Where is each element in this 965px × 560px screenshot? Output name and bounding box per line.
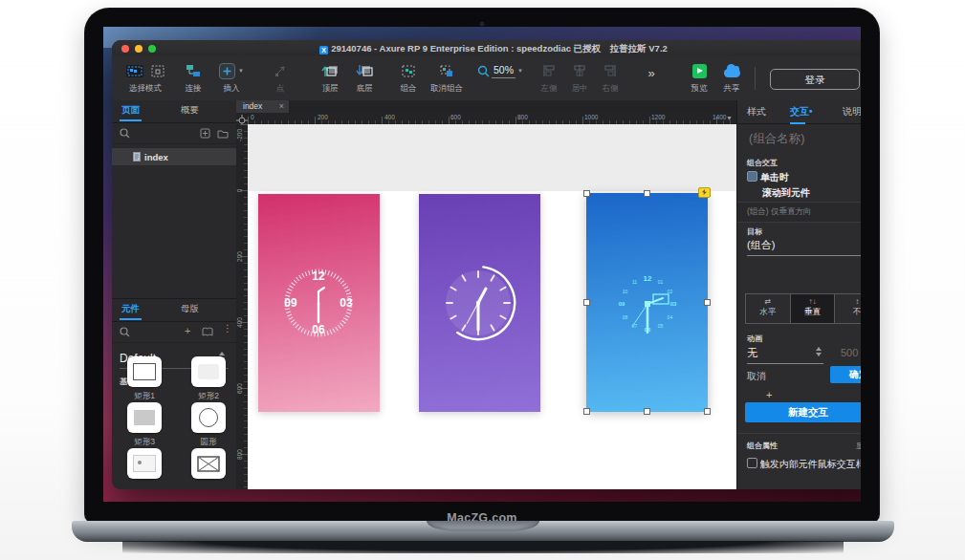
add-library-icon[interactable]: + [185, 325, 190, 336]
widgets-more-icon[interactable]: ⋮ [223, 323, 232, 334]
clock-center-dot [476, 301, 480, 305]
h-ruler-label: 1400 [713, 114, 726, 120]
library-book-icon[interactable] [202, 327, 213, 336]
trigger-style-checkbox[interactable] [747, 458, 757, 468]
target-select[interactable]: (组合) [747, 238, 861, 256]
selection-handle[interactable] [583, 190, 590, 197]
selection-handle[interactable] [704, 408, 711, 415]
canvas[interactable]: 12 03 06 09 [248, 124, 736, 489]
send-back-label: 底层 [351, 83, 378, 95]
vertical-arrows-icon: ↑↓ [791, 297, 835, 306]
svg-text:05: 05 [658, 323, 664, 329]
insert-tool[interactable]: ▼ 插入 [215, 61, 248, 95]
props-divider [737, 433, 861, 434]
ruler-options-icon[interactable]: ▼ [726, 115, 733, 121]
artboard-pink-clock[interactable]: 12 03 06 09 [258, 194, 380, 412]
select-mode-label: 选择模式 [118, 83, 173, 95]
event-widget-icon [747, 171, 757, 182]
v-ruler-label: 400 [236, 313, 243, 333]
toolbar-separator [755, 67, 756, 90]
more-tools-button[interactable]: » [642, 66, 661, 80]
interaction-unsaved-dot: • [809, 106, 813, 117]
selection-handle[interactable] [644, 408, 650, 415]
animation-stepper-icon[interactable] [816, 347, 823, 356]
connect-tool[interactable]: 连接 [179, 61, 208, 95]
direction-vertical-label: 垂直 [791, 307, 835, 318]
artboard-purple-clock[interactable] [419, 194, 540, 412]
laptop-notch [427, 521, 539, 531]
webcam-icon [480, 22, 484, 26]
ok-button[interactable]: 确定 [830, 366, 861, 383]
clock-number: 03 [340, 296, 353, 310]
insert-caret-icon[interactable]: ▼ [238, 68, 244, 74]
v-ruler-label: 200 [236, 248, 243, 267]
selection-handle[interactable] [583, 408, 590, 415]
animation-duration[interactable]: 500 [841, 347, 858, 358]
zoom-caret-icon[interactable]: ▼ [517, 68, 523, 74]
zoom-control[interactable]: 50% ▼ [473, 61, 527, 80]
point-tool: 点 [269, 61, 292, 95]
horizontal-arrows-icon: ⇄ [746, 297, 790, 306]
direction-horizontal-option[interactable]: ⇄ 水平 [746, 294, 791, 323]
animation-select[interactable]: 无 [747, 346, 823, 364]
widget-partial-image[interactable] [127, 448, 162, 479]
artboard-blue-clock[interactable]: 12 01 02 03 04 05 06 07 08 09 10 11 [586, 193, 708, 412]
login-button[interactable]: 登录 [770, 69, 860, 90]
target-label: 目标 [747, 226, 762, 237]
tab-style[interactable]: 样式 [747, 105, 766, 118]
tab-interaction[interactable]: 交互• [790, 105, 813, 118]
select-mode-tool[interactable]: 选择模式 [118, 61, 173, 95]
tab-outline[interactable]: 概要 [181, 104, 199, 117]
widget-rect3[interactable] [127, 402, 162, 433]
canvas-tab-index[interactable]: index × [236, 100, 289, 113]
widgets-search-icon[interactable] [120, 327, 130, 337]
select-intersect-icon[interactable] [125, 64, 144, 78]
tab-notes[interactable]: 说明 [843, 105, 861, 118]
direction-none-option[interactable]: ↕ 不 [835, 294, 861, 323]
none-icon: ↕ [835, 297, 861, 306]
selection-handle[interactable] [583, 299, 590, 306]
cancel-button[interactable]: 取消 [747, 370, 766, 383]
widget-circle[interactable] [191, 402, 226, 433]
widgets-toolbar: + ⋮ [112, 322, 236, 343]
zoom-value[interactable]: 50% [492, 64, 515, 78]
align-left-label: 左侧 [537, 83, 561, 95]
selection-handle[interactable] [644, 190, 650, 197]
tab-widgets[interactable]: 元件 [121, 303, 140, 315]
direction-vertical-option[interactable]: ↑↓ 垂直 [791, 294, 836, 323]
selection-handle[interactable] [704, 299, 711, 306]
interaction-badge-bolt-icon[interactable] [698, 187, 711, 198]
group-name-input[interactable] [747, 131, 861, 146]
trigger-style-row[interactable]: 触发内部元件鼠标交互样式 [747, 458, 861, 471]
select-contain-icon[interactable] [150, 64, 165, 78]
tab-pages[interactable]: 页面 [121, 104, 140, 117]
canvas-tab-close-icon[interactable]: × [279, 100, 284, 113]
magnifier-icon [477, 65, 490, 77]
pages-search-icon[interactable] [120, 128, 130, 139]
new-interaction-button[interactable]: 新建交互 [745, 402, 861, 422]
widget-rect1[interactable] [127, 356, 162, 387]
bring-to-front-tool[interactable]: 顶层 [317, 61, 343, 95]
widget-rect2[interactable] [191, 356, 226, 387]
titlebar: X29140746 - Axure RP 9 Enterprise Editio… [112, 40, 861, 57]
h-ruler-label: 800 [517, 114, 528, 120]
preview-label: 预览 [686, 83, 713, 95]
add-action-button[interactable]: + [766, 389, 772, 400]
add-page-icon[interactable] [200, 128, 210, 139]
group-tool[interactable]: 组合 [395, 61, 422, 95]
clock-second-hand [632, 304, 647, 327]
action-row[interactable]: 滚动到元件 [762, 186, 810, 200]
share-button[interactable]: 共享 [718, 61, 745, 95]
tab-masters[interactable]: 母版 [181, 303, 199, 315]
ungroup-tool[interactable]: 取消组合 [426, 61, 468, 95]
page-item-index[interactable]: index [112, 148, 236, 165]
add-folder-icon[interactable] [217, 128, 229, 139]
preview-button[interactable]: 预览 [686, 61, 713, 95]
send-to-back-tool[interactable]: 底层 [351, 61, 378, 95]
show-all-toggle[interactable]: 显示 [856, 441, 861, 451]
canvas-tab-label: index [243, 101, 262, 111]
widget-partial-placeholder[interactable] [191, 448, 226, 479]
align-right-tool: 右侧 [598, 61, 623, 95]
event-row[interactable]: 单击时 [747, 171, 789, 184]
h-ruler-label: 1200 [651, 114, 665, 120]
